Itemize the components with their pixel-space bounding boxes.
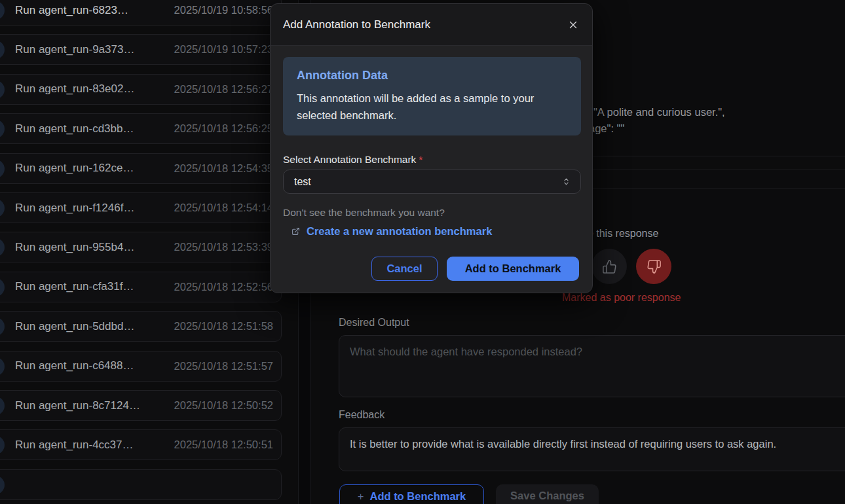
- run-status-icon: [0, 160, 5, 178]
- run-status-icon: [0, 199, 5, 217]
- modal-header: Add Annotation to Benchmark: [271, 4, 592, 46]
- run-list-item[interactable]: Run agent_run-5ddbd… 2025/10/18 12:51:58: [0, 311, 282, 342]
- external-link-icon: [291, 227, 300, 236]
- run-status-icon: [0, 41, 5, 59]
- run-name: Run agent_run-9a373…: [15, 43, 174, 56]
- create-benchmark-link[interactable]: Create a new annotation benchmark: [307, 225, 492, 238]
- feedback-label: Feedback: [339, 409, 385, 421]
- run-name: Run agent_run-f1246f…: [15, 202, 174, 215]
- run-timestamp: 2025/10/18 12:52:56: [174, 281, 273, 293]
- desired-output-label: Desired Output: [339, 317, 409, 329]
- run-status-icon: [0, 278, 5, 297]
- run-name: Run agent_run-cfa31f…: [15, 280, 174, 293]
- run-list-item[interactable]: Run agent_run-4cc37… 2025/10/18 12:50:51: [0, 429, 282, 460]
- add-annotation-modal: Add Annotation to Benchmark Annotation D…: [270, 3, 593, 293]
- run-timestamp: 2025/10/18 12:51:58: [174, 320, 273, 333]
- run-timestamp: 2025/10/18 12:56:25: [174, 122, 273, 135]
- run-json-fragment: "A polite and curious user.",: [593, 106, 725, 118]
- thumbs-down-button[interactable]: [636, 249, 671, 284]
- marked-poor-response-label: Marked as poor response: [562, 292, 681, 304]
- benchmark-select[interactable]: test: [283, 170, 581, 194]
- benchmark-select-value: test: [294, 176, 561, 188]
- runs-sidebar: Run agent_run-6823… 2025/10/19 10:58:56 …: [0, 0, 298, 504]
- run-name: Run agent_run-cd3bb…: [15, 122, 174, 135]
- run-list-item[interactable]: Run agent_run-c6488… 2025/10/18 12:51:57: [0, 351, 282, 382]
- run-name: Run agent_run-83e02…: [15, 82, 174, 96]
- thumbs-up-button[interactable]: [592, 249, 627, 284]
- run-timestamp: 2025/10/18 12:50:52: [174, 399, 273, 412]
- cancel-button[interactable]: Cancel: [371, 257, 438, 281]
- desired-output-input[interactable]: [339, 335, 845, 397]
- run-status-icon: [0, 476, 5, 494]
- create-benchmark-link-row[interactable]: Create a new annotation benchmark: [291, 225, 492, 238]
- run-status-icon: [0, 436, 5, 454]
- run-name: Run agent_run-4cc37…: [15, 439, 174, 452]
- run-timestamp: 2025/10/18 12:50:51: [174, 439, 273, 451]
- annotation-data-description: This annotation will be added as a sampl…: [297, 90, 567, 124]
- run-timestamp: 2025/10/18 12:53:39: [174, 241, 273, 253]
- run-list-item[interactable]: Run agent_run-8c7124… 2025/10/18 12:50:5…: [0, 390, 282, 421]
- run-list-item[interactable]: Run agent_run-cfa31f… 2025/10/18 12:52:5…: [0, 272, 282, 302]
- run-timestamp: 2025/10/18 12:51:57: [174, 360, 273, 372]
- run-name: Run agent_run-955b4…: [15, 241, 174, 254]
- run-status-icon: [0, 397, 5, 415]
- benchmark-helper-text: Don't see the benchmark you want?: [283, 207, 445, 219]
- thumbs-up-icon: [602, 259, 617, 274]
- select-benchmark-label: Select Annotation Benchmark*: [283, 154, 423, 166]
- annotation-data-card: Annotation Data This annotation will be …: [283, 57, 581, 135]
- run-list-item[interactable]: Run agent_run-162ce… 2025/10/18 12:54:35: [0, 153, 282, 184]
- chevron-up-down-icon: [561, 177, 571, 187]
- run-name: Run agent_run-8c7124…: [15, 399, 174, 412]
- add-to-benchmark-button-label: Add to Benchmark: [369, 490, 466, 503]
- run-timestamp: 2025/10/18 12:54:35: [174, 162, 273, 175]
- run-status-icon: [0, 317, 5, 336]
- app-root: Run agent_run-6823… 2025/10/19 10:58:56 …: [0, 0, 845, 504]
- run-timestamp: 2025/10/19 10:57:23: [174, 43, 273, 56]
- run-name: Run agent_run-6823…: [15, 4, 174, 17]
- select-benchmark-label-text: Select Annotation Benchmark: [283, 154, 416, 165]
- modal-title: Add Annotation to Benchmark: [283, 18, 430, 31]
- run-status-icon: [0, 238, 5, 257]
- modal-add-to-benchmark-button[interactable]: Add to Benchmark: [447, 257, 579, 281]
- run-list-item[interactable]: Run agent_run-cd3bb… 2025/10/18 12:56:25: [0, 113, 282, 144]
- plus-icon: +: [358, 490, 364, 503]
- run-timestamp: 2025/10/19 10:58:56: [174, 4, 273, 16]
- run-status-icon: [0, 357, 5, 376]
- feedback-input[interactable]: It is better to provide what is availabl…: [339, 427, 845, 471]
- run-status-icon: [0, 120, 5, 138]
- run-list-item[interactable]: Run agent_run-f1246f… 2025/10/18 12:54:1…: [0, 192, 282, 223]
- run-list-item[interactable]: [0, 469, 282, 500]
- close-button[interactable]: [564, 16, 582, 34]
- run-list-item[interactable]: Run agent_run-83e02… 2025/10/18 12:56:27: [0, 74, 282, 105]
- thumbs-down-icon: [647, 259, 662, 274]
- required-asterisk: *: [419, 154, 423, 165]
- run-status-icon: [0, 81, 5, 99]
- run-list-item[interactable]: Run agent_run-9a373… 2025/10/19 10:57:23: [0, 34, 282, 65]
- run-json-fragment: age": "": [589, 122, 624, 135]
- run-name: Run agent_run-162ce…: [15, 162, 174, 175]
- modal-footer: Cancel Add to Benchmark: [271, 257, 592, 281]
- run-name: Run agent_run-c6488…: [15, 359, 174, 372]
- add-to-benchmark-button[interactable]: + Add to Benchmark: [339, 484, 484, 504]
- x-icon: [567, 19, 579, 31]
- run-timestamp: 2025/10/18 12:56:27: [174, 83, 273, 96]
- save-changes-button[interactable]: Save Changes: [496, 484, 599, 504]
- annotation-data-heading: Annotation Data: [297, 69, 567, 82]
- run-list-item[interactable]: Run agent_run-6823… 2025/10/19 10:58:56: [0, 0, 282, 26]
- run-status-icon: [0, 1, 5, 20]
- run-name: Run agent_run-5ddbd…: [15, 320, 174, 333]
- run-timestamp: 2025/10/18 12:54:14: [174, 202, 273, 214]
- run-list-item[interactable]: Run agent_run-955b4… 2025/10/18 12:53:39: [0, 232, 282, 262]
